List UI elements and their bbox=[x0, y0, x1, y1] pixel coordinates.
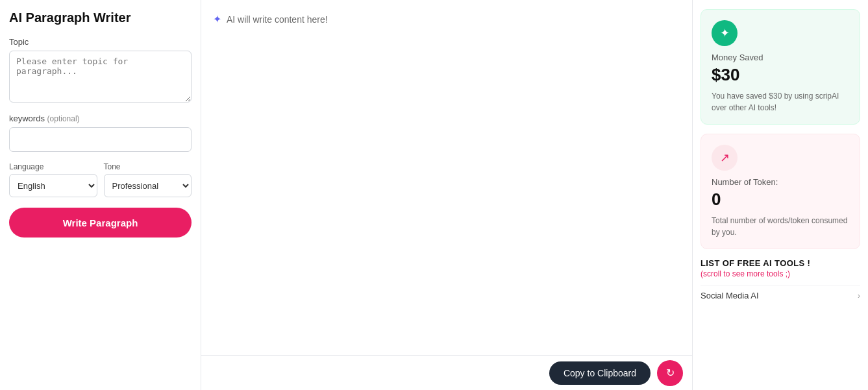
token-description: Total number of words/token consumed by … bbox=[712, 215, 849, 238]
token-label: Number of Token: bbox=[712, 177, 849, 187]
selects-row: Language English Spanish French German I… bbox=[9, 162, 192, 197]
money-saved-icon-circle: ✦ bbox=[712, 20, 738, 46]
copy-to-clipboard-button[interactable]: Copy to Clipboard bbox=[549, 361, 651, 385]
money-saved-card: ✦ Money Saved $30 You have saved $30 by … bbox=[701, 9, 860, 125]
middle-panel: ✦ AI will write content here! Copy to Cl… bbox=[201, 0, 693, 390]
money-saved-value: $30 bbox=[712, 65, 849, 85]
ai-placeholder: ✦ AI will write content here! bbox=[213, 13, 680, 25]
token-value: 0 bbox=[712, 189, 849, 210]
tone-select[interactable]: Professional Casual Formal Friendly Crea… bbox=[104, 174, 192, 197]
right-panel: ✦ Money Saved $30 You have saved $30 by … bbox=[693, 0, 868, 390]
token-card: ↗ Number of Token: 0 Total number of wor… bbox=[701, 134, 860, 249]
social-media-ai-label: Social Media AI bbox=[701, 291, 759, 300]
tone-label: Tone bbox=[104, 162, 192, 171]
tools-list-scroll-hint[interactable]: (scroll to see more tools ;) bbox=[701, 269, 860, 278]
app-title: AI Paragraph Writer bbox=[9, 10, 192, 25]
token-icon-circle: ↗ bbox=[712, 145, 738, 171]
money-saved-label: Money Saved bbox=[712, 53, 849, 62]
chevron-right-icon: › bbox=[858, 291, 860, 300]
tone-group: Tone Professional Casual Formal Friendly… bbox=[104, 162, 192, 197]
language-group: Language English Spanish French German I… bbox=[9, 162, 97, 197]
refresh-button[interactable]: ↻ bbox=[657, 360, 683, 386]
language-label: Language bbox=[9, 162, 97, 171]
trend-up-icon: ↗ bbox=[720, 151, 730, 165]
money-saved-description: You have saved $30 by using scripAI over… bbox=[712, 90, 849, 114]
content-area: ✦ AI will write content here! bbox=[201, 0, 692, 355]
tools-list-section: LIST OF FREE AI TOOLS ! (scroll to see m… bbox=[701, 258, 860, 306]
topic-textarea[interactable] bbox=[9, 51, 192, 103]
sparkle-icon: ✦ bbox=[720, 26, 730, 40]
ai-placeholder-text: AI will write content here! bbox=[227, 14, 328, 25]
tools-list-title: LIST OF FREE AI TOOLS ! bbox=[701, 258, 860, 268]
topic-label: Topic bbox=[9, 37, 192, 47]
keywords-input[interactable] bbox=[9, 127, 192, 152]
refresh-icon: ↻ bbox=[666, 367, 675, 379]
bottom-bar: Copy to Clipboard ↻ bbox=[201, 355, 692, 390]
keywords-label: keywords (optional) bbox=[9, 114, 192, 123]
language-select[interactable]: English Spanish French German Italian bbox=[9, 174, 97, 197]
social-media-ai-item[interactable]: Social Media AI › bbox=[701, 285, 860, 306]
left-panel: AI Paragraph Writer Topic keywords (opti… bbox=[0, 0, 201, 390]
write-paragraph-button[interactable]: Write Paragraph bbox=[9, 208, 192, 238]
ai-sparkle-icon: ✦ bbox=[213, 13, 221, 25]
